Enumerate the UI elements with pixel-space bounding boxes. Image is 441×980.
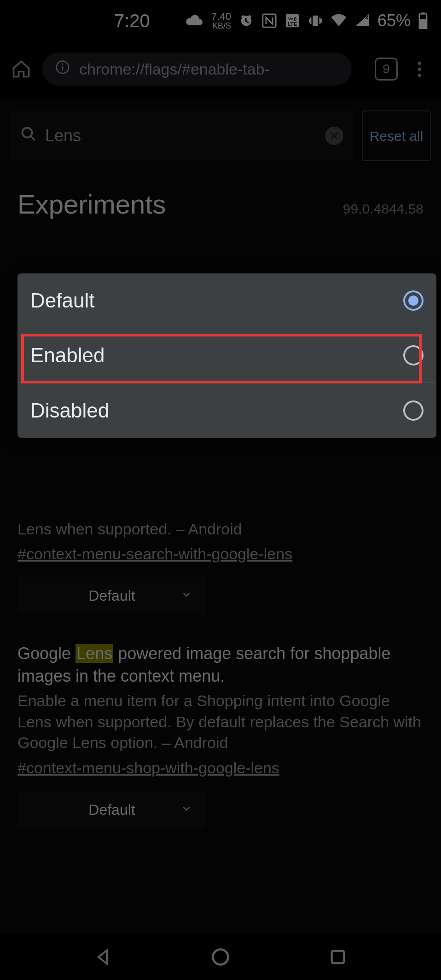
modal-backdrop[interactable] — [0, 0, 441, 980]
option-enabled[interactable]: Enabled — [17, 328, 436, 383]
dropdown-popup: Default Enabled Disabled — [17, 273, 436, 438]
option-default[interactable]: Default — [17, 273, 436, 328]
radio-unselected-icon — [403, 400, 424, 421]
radio-selected-icon — [403, 290, 424, 311]
radio-unselected-icon — [403, 345, 424, 365]
option-disabled[interactable]: Disabled — [17, 383, 436, 438]
